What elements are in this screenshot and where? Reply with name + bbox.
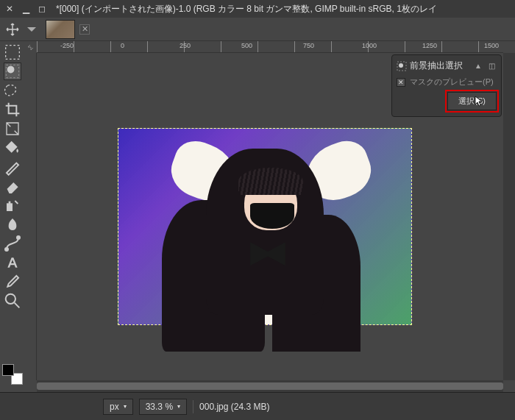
chevron-down-icon: ▾ [177, 403, 180, 410]
text-tool-icon[interactable] [4, 254, 21, 271]
titlebar: ✕ ▁ ◻ *[000] (インポートされた画像)-1.0 (RGB カラー 8… [0, 0, 515, 18]
eraser-tool-icon[interactable] [4, 177, 21, 195]
file-info-label: 000.jpg (24.3 MB) [199, 402, 269, 412]
dialog-detach-icon[interactable]: ◫ [486, 61, 497, 71]
preview-mask-label: マスクのプレビュー(P) [410, 76, 494, 88]
toolbox [0, 41, 25, 392]
close-icon[interactable]: ✕ [4, 4, 15, 14]
svg-point-1 [7, 66, 15, 74]
move-tool-icon[interactable] [4, 21, 21, 38]
paths-tool-icon[interactable] [4, 235, 21, 252]
unit-selector[interactable]: px ▾ [103, 399, 133, 415]
divider [193, 400, 193, 413]
scrollbar-vertical[interactable] [503, 53, 515, 380]
paintbrush-tool-icon[interactable] [4, 158, 21, 176]
svg-point-8 [399, 63, 403, 68]
svg-rect-3 [7, 203, 13, 211]
statusbar: px ▾ 33.3 % ▾ 000.jpg (24.3 MB) [0, 392, 515, 420]
svg-rect-0 [6, 46, 20, 60]
window-title: *[000] (インポートされた画像)-1.0 (RGB カラー 8 bit ガ… [56, 3, 437, 15]
minimize-icon[interactable]: ▁ [21, 4, 31, 14]
select-button[interactable]: 選択(S) [447, 92, 497, 110]
color-picker-tool-icon[interactable] [4, 273, 21, 291]
preview-mask-checkbox[interactable]: ✕ [397, 78, 405, 87]
dialog-title: 前景抽出選択 [410, 60, 470, 72]
smudge-tool-icon[interactable] [4, 216, 21, 233]
tab-bar: ✕ [0, 18, 515, 41]
crop-tool-icon[interactable] [4, 101, 21, 118]
ruler-origin-icon[interactable] [25, 41, 37, 53]
zoom-selector[interactable]: 33.3 % ▾ [139, 399, 187, 415]
chevron-down-icon[interactable] [24, 21, 40, 38]
image-canvas[interactable] [118, 128, 412, 325]
close-tab-icon[interactable]: ✕ [79, 24, 90, 35]
bucket-fill-tool-icon[interactable] [4, 139, 21, 157]
foreground-color-swatch[interactable] [2, 364, 14, 376]
svg-point-5 [5, 248, 8, 251]
chevron-down-icon: ▾ [124, 403, 127, 410]
dialog-collapse-icon[interactable]: ▲ [473, 61, 483, 71]
foreground-select-tool-icon[interactable] [4, 63, 21, 80]
foreground-select-icon [397, 61, 407, 71]
foreground-select-dialog: 前景抽出選択 ▲ ◫ ✕ マスクのプレビュー(P) 選択(S) [391, 54, 502, 117]
ruler-horizontal[interactable]: -250 0 250 500 750 1000 1250 1500 [37, 41, 503, 53]
svg-point-6 [17, 236, 20, 239]
free-select-tool-icon[interactable] [4, 82, 21, 99]
zoom-tool-icon[interactable] [4, 292, 21, 310]
color-swatches[interactable] [2, 364, 23, 385]
ruler-vertical[interactable] [25, 53, 37, 380]
maximize-icon[interactable]: ◻ [37, 4, 47, 14]
image-tab[interactable] [46, 20, 75, 39]
image-content [118, 129, 411, 324]
svg-point-7 [6, 294, 15, 304]
scrollbar-horizontal[interactable] [37, 380, 503, 392]
clone-tool-icon[interactable] [4, 196, 21, 214]
rectangle-select-tool-icon[interactable] [4, 43, 21, 61]
svg-rect-4 [9, 202, 11, 204]
transform-tool-icon[interactable] [4, 120, 21, 138]
